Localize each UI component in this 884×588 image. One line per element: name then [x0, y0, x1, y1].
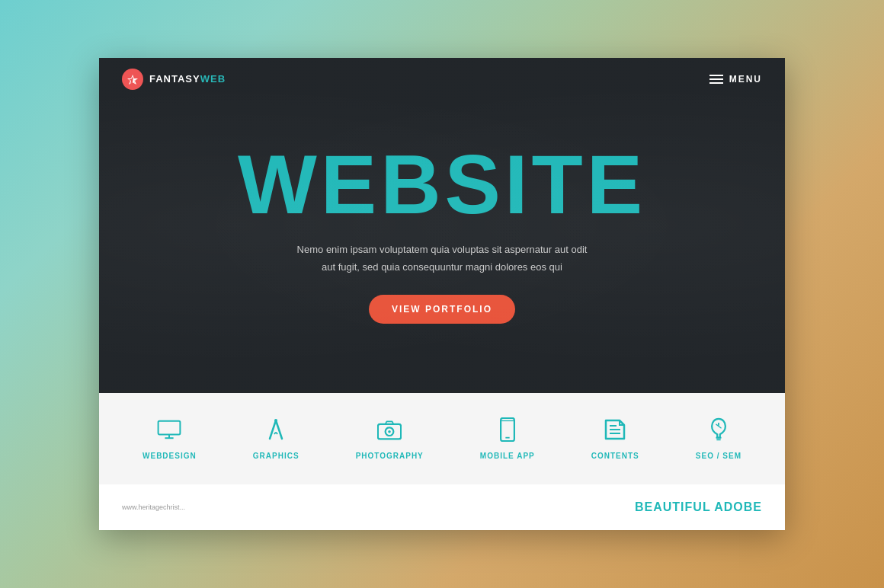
photography-icon: [377, 417, 402, 446]
seo-sem-icon: [706, 417, 731, 446]
cta-button[interactable]: VIEW PORTFOLIO: [369, 295, 515, 324]
webdesign-label: WEBDESIGN: [143, 452, 197, 460]
svg-point-7: [388, 430, 391, 433]
hero-section: FANTASYWEB MENU WEBSITE Nemo enim ipsam …: [99, 58, 785, 393]
services-bar: WEBDESIGN GRAPHICS: [99, 393, 785, 484]
seo-sem-label: SEO / SEM: [696, 452, 741, 460]
bottom-preview: www.heritagechrist... BEAUTIFUL ADOBE: [99, 484, 785, 530]
svg-point-4: [274, 419, 277, 422]
hero-content: WEBSITE Nemo enim ipsam voluptatem quia …: [238, 142, 646, 323]
service-item-webdesign: WEBDESIGN: [143, 417, 197, 460]
logo-icon: [122, 69, 143, 90]
service-item-photography: PHOTOGRAPHY: [356, 417, 424, 460]
photography-label: PHOTOGRAPHY: [356, 452, 424, 460]
contents-icon: [603, 417, 627, 446]
service-item-graphics: GRAPHICS: [253, 417, 299, 460]
hamburger-icon: [709, 75, 723, 84]
page-wrapper: FANTASYWEB MENU WEBSITE Nemo enim ipsam …: [99, 58, 785, 530]
browser-window: FANTASYWEB MENU WEBSITE Nemo enim ipsam …: [99, 58, 785, 530]
service-item-seo-sem: SEO / SEM: [696, 417, 741, 460]
hero-title: WEBSITE: [238, 142, 646, 226]
contents-label: CONTENTS: [591, 452, 639, 460]
logo: FANTASYWEB: [122, 69, 226, 90]
menu-button[interactable]: MENU: [709, 74, 762, 85]
graphics-label: GRAPHICS: [253, 452, 299, 460]
footer-url: www.heritagechrist...: [122, 503, 185, 511]
svg-rect-1: [159, 421, 181, 435]
mobile-app-icon: [495, 417, 520, 446]
menu-label: MENU: [729, 74, 762, 85]
hero-subtitle: Nemo enim ipsam voluptatem quia voluptas…: [238, 241, 646, 275]
footer-section-title: BEAUTIFUL ADOBE: [635, 500, 762, 514]
navbar: FANTASYWEB MENU: [99, 58, 785, 100]
service-item-contents: CONTENTS: [591, 417, 639, 460]
logo-text: FANTASYWEB: [149, 73, 226, 85]
webdesign-icon: [157, 417, 181, 446]
graphics-icon: [264, 417, 288, 446]
mobile-app-label: MOBILE APP: [480, 452, 535, 460]
service-item-mobile-app: MOBILE APP: [480, 417, 535, 460]
